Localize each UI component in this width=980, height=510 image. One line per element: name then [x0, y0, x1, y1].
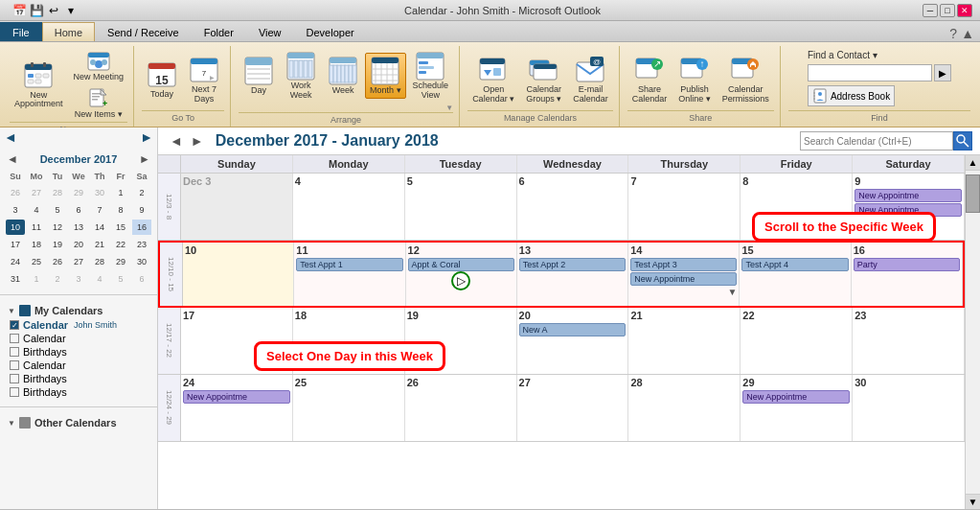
week-view-button[interactable]: Week	[323, 53, 363, 99]
cal-day-dec22[interactable]: 22	[741, 308, 853, 374]
mini-cal-day[interactable]: 23	[132, 237, 151, 252]
tab-developer[interactable]: Developer	[294, 22, 367, 41]
mini-cal-day[interactable]: 24	[6, 254, 25, 269]
cal-prev-btn[interactable]: ◄	[166, 133, 187, 149]
cal-day-dec4[interactable]: 4	[293, 174, 405, 240]
mini-cal-day[interactable]: 15	[111, 220, 130, 235]
calendar-checkbox-main[interactable]: ✓	[10, 320, 19, 330]
address-book-button[interactable]: Address Book	[808, 85, 895, 106]
close-btn[interactable]: ✕	[957, 4, 972, 17]
cal-day-dec15[interactable]: 15 Test Appt 4	[740, 243, 851, 306]
cal-day-dec5[interactable]: 5	[405, 174, 517, 240]
cal-day-dec29[interactable]: 29 New Appointme	[741, 375, 853, 441]
tab-home[interactable]: Home	[42, 22, 95, 41]
cal-day-dec24[interactable]: 24 New Appointme	[181, 375, 293, 441]
calendar-checkbox-birthdays-3[interactable]	[10, 387, 19, 397]
cal-search-button[interactable]	[953, 131, 972, 151]
mini-cal-day[interactable]: 14	[90, 220, 109, 235]
mini-cal-day[interactable]: 30	[90, 185, 109, 200]
mini-cal-day[interactable]: 13	[69, 220, 88, 235]
cal-event[interactable]: New Appointme	[855, 203, 962, 217]
calendar-item-2[interactable]: Calendar	[8, 332, 149, 345]
cal-event[interactable]: Test Appt 2	[519, 258, 626, 271]
help-btn[interactable]: ?	[949, 26, 957, 41]
cal-event[interactable]: New Appointme	[742, 390, 850, 404]
scroll-thumb[interactable]	[966, 174, 980, 213]
cal-day-dec27[interactable]: 27	[517, 375, 629, 441]
mini-cal-day[interactable]: 10	[6, 220, 25, 235]
dropdown-btn[interactable]: ▾	[63, 3, 79, 18]
mini-cal-day[interactable]: 3	[6, 202, 25, 218]
maximize-btn[interactable]: □	[940, 4, 955, 17]
schedule-view-button[interactable]: ScheduleView	[408, 48, 454, 104]
mini-cal-day[interactable]: 28	[48, 185, 67, 200]
calendar-item-3[interactable]: Calendar	[8, 359, 149, 372]
cal-day-dec9[interactable]: 9 New Appointme New Appointme	[853, 174, 965, 240]
cal-day-dec19[interactable]: 19	[405, 308, 517, 374]
mini-cal-day[interactable]: 9	[132, 202, 151, 218]
calendar-item-birthdays-1[interactable]: Birthdays	[8, 345, 149, 359]
cal-event[interactable]: New Appointme	[630, 272, 737, 286]
next7days-button[interactable]: 7▶ Next 7Days	[184, 52, 224, 107]
cal-day-dec12[interactable]: 12 Appt & Coral ▷	[406, 243, 517, 306]
mini-cal-day[interactable]: 8	[111, 202, 130, 218]
mini-cal-day[interactable]: 27	[27, 185, 46, 200]
mini-cal-day[interactable]: 12	[48, 220, 67, 235]
tab-file[interactable]: File	[0, 22, 42, 41]
other-calendars-header[interactable]: ▼ Other Calendars	[8, 415, 149, 430]
find-go-button[interactable]: ▶	[934, 64, 951, 81]
ribbon-collapse-btn[interactable]: ▲	[961, 26, 974, 41]
cal-next-btn[interactable]: ►	[187, 133, 208, 149]
calendar-checkbox-birthdays-2[interactable]	[10, 374, 19, 383]
month-view-button[interactable]: Month ▾	[365, 53, 406, 99]
mini-cal-day[interactable]: 4	[27, 202, 46, 218]
cal-day-dec10[interactable]: 10	[183, 243, 294, 306]
tab-folder[interactable]: Folder	[192, 22, 246, 41]
sidebar-next-btn[interactable]: ►	[140, 129, 153, 145]
tab-view[interactable]: View	[246, 22, 294, 41]
today-button[interactable]: 15 Today	[142, 57, 182, 103]
save-btn[interactable]: 💾	[29, 3, 44, 18]
mini-cal-day[interactable]: 26	[6, 185, 25, 200]
mini-cal-next[interactable]: ►	[136, 152, 153, 166]
mini-cal-day[interactable]: 29	[111, 254, 130, 269]
mini-cal-day[interactable]: 19	[48, 237, 67, 252]
find-contact-input[interactable]	[808, 64, 932, 81]
tab-send-receive[interactable]: Send / Receive	[95, 22, 192, 41]
calendar-checkbox-birthdays-1[interactable]	[10, 347, 19, 357]
mini-cal-day[interactable]: 26	[48, 254, 67, 269]
minimize-btn[interactable]: ─	[923, 4, 938, 17]
new-items-button[interactable]: + New Items ▾	[70, 85, 128, 122]
cal-event[interactable]: New Appointme	[183, 390, 290, 404]
cal-event[interactable]: Appt & Coral	[408, 258, 514, 271]
arrange-expand[interactable]: ▼	[445, 104, 453, 112]
cal-day-dec30[interactable]: 30	[853, 375, 965, 441]
mini-cal-day[interactable]: 5	[111, 271, 130, 287]
mini-cal-day[interactable]: 31	[6, 271, 25, 287]
mini-cal-prev[interactable]: ◄	[4, 152, 21, 166]
cal-day-dec25[interactable]: 25	[293, 375, 405, 441]
share-calendar-button[interactable]: ↗ ShareCalendar	[627, 52, 672, 107]
mini-cal-day[interactable]: 30	[132, 254, 151, 269]
mini-cal-day[interactable]: 22	[111, 237, 130, 252]
calendar-permissions-button[interactable]: CalendarPermissions	[718, 52, 774, 107]
sidebar-prev-btn[interactable]: ◄	[4, 129, 17, 145]
mini-cal-day[interactable]: 3	[69, 271, 88, 287]
cal-day-dec8[interactable]: 8	[741, 174, 853, 240]
cal-event[interactable]: New Appointme	[855, 189, 962, 202]
mini-cal-day[interactable]: 6	[132, 271, 151, 287]
calendar-checkbox-2[interactable]	[10, 334, 19, 343]
cal-event[interactable]: New A	[519, 323, 627, 336]
cal-day-dec6[interactable]: 6	[517, 174, 629, 240]
cal-day-dec3[interactable]: Dec 3	[181, 174, 293, 240]
cal-day-dec13[interactable]: 13 Test Appt 2	[517, 243, 628, 306]
cal-event-party[interactable]: Party	[854, 258, 960, 271]
cal-day-dec16[interactable]: 16 Party	[852, 243, 963, 306]
cal-day-dec18[interactable]: 18	[293, 308, 405, 374]
calendar-checkbox-3[interactable]	[10, 360, 19, 370]
cal-search-input[interactable]	[800, 131, 953, 151]
cal-day-dec11[interactable]: 11 Test Appt 1	[294, 243, 405, 306]
email-calendar-button[interactable]: @ E-mailCalendar	[568, 52, 613, 107]
mini-cal-day[interactable]: 17	[6, 237, 25, 252]
mini-cal-day[interactable]: 7	[90, 202, 109, 218]
